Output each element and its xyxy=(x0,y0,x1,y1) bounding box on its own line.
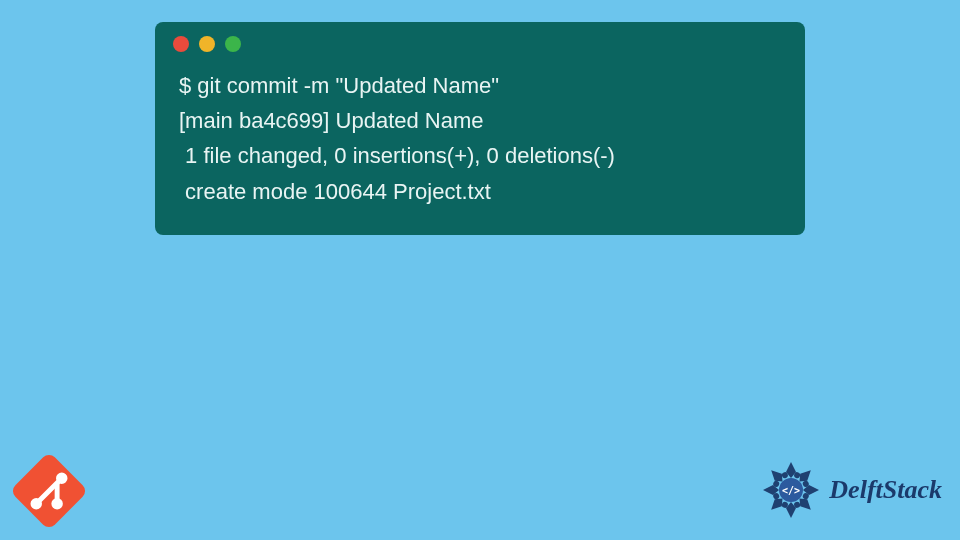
terminal-line: create mode 100644 Project.txt xyxy=(179,174,781,209)
window-titlebar xyxy=(155,22,805,62)
terminal-line: 1 file changed, 0 insertions(+), 0 delet… xyxy=(179,138,781,173)
brand-logo: </> DelftStack xyxy=(759,458,942,522)
terminal-output: $ git commit -m "Updated Name" [main ba4… xyxy=(155,62,805,217)
mandala-icon: </> xyxy=(759,458,823,522)
git-icon xyxy=(8,450,90,532)
terminal-window: $ git commit -m "Updated Name" [main ba4… xyxy=(155,22,805,235)
brand-name: DelftStack xyxy=(829,475,942,505)
svg-text:</>: </> xyxy=(782,485,800,496)
terminal-line: $ git commit -m "Updated Name" xyxy=(179,68,781,103)
maximize-icon[interactable] xyxy=(225,36,241,52)
close-icon[interactable] xyxy=(173,36,189,52)
terminal-line: [main ba4c699] Updated Name xyxy=(179,103,781,138)
minimize-icon[interactable] xyxy=(199,36,215,52)
